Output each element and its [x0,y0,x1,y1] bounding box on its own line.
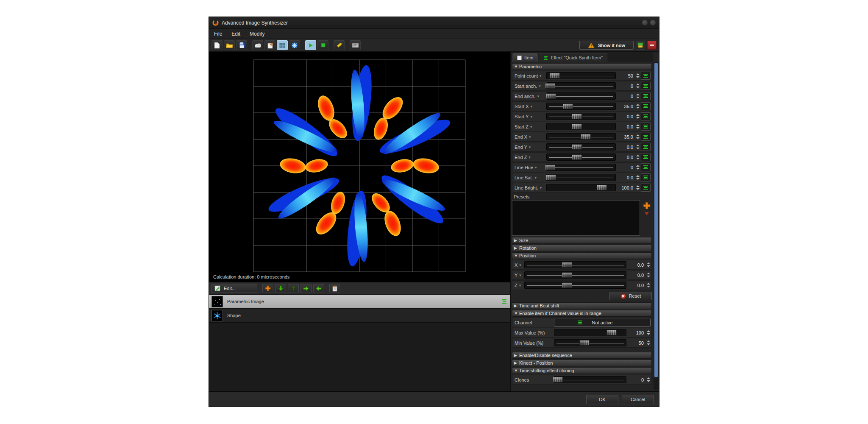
spinner[interactable] [646,376,651,383]
list-item-shape[interactable]: Shape [209,309,510,323]
param-slider[interactable] [546,123,616,130]
param-slider[interactable] [546,103,616,110]
item-effect-icon[interactable] [501,298,507,304]
max-value-slider[interactable] [554,329,626,336]
section-rotation[interactable]: Rotation [512,245,652,251]
spinner[interactable] [646,261,651,268]
add-item-button[interactable] [262,284,273,293]
section-position[interactable]: Position [512,252,652,259]
tab-effect[interactable]: Effect "Quick Synth Item" [539,53,607,62]
param-label[interactable]: End Y [513,145,546,150]
spinner[interactable] [646,339,651,346]
slider-handle[interactable] [597,185,607,190]
tab-item[interactable]: Item [512,53,538,62]
param-label[interactable]: Start Z [513,124,546,129]
channel-button[interactable]: Not active [554,319,651,326]
slider-handle[interactable] [572,144,582,150]
slider-handle[interactable] [579,340,590,346]
live-control-button[interactable] [641,102,651,110]
section-size[interactable]: Size [512,237,652,244]
cancel-button[interactable]: Cancel [622,395,654,404]
param-slider[interactable] [546,153,616,161]
move-item-left-button[interactable] [313,284,324,293]
window-control-icon[interactable] [642,20,648,25]
live-control-button[interactable] [641,163,651,171]
slider-handle[interactable] [562,282,572,288]
param-label[interactable]: Line Hue [513,165,546,170]
position-slider[interactable] [524,282,626,289]
spinner[interactable] [635,153,640,161]
slider-handle[interactable] [562,272,572,278]
section-time-shifting-cloning[interactable]: Time shifting effect cloning [512,367,652,374]
spinner[interactable] [635,82,640,89]
remove-output-button[interactable] [647,41,657,50]
param-slider[interactable] [546,133,616,140]
position-slider[interactable] [524,261,626,268]
spinner[interactable] [635,164,640,171]
param-slider[interactable] [546,184,616,191]
text-field-button[interactable] [350,40,361,50]
add-preset-button[interactable] [643,202,651,209]
position-slider[interactable] [524,271,626,279]
menu-file[interactable]: File [214,31,222,37]
live-control-button[interactable] [641,82,651,90]
live-control-button[interactable] [641,173,651,181]
slider-handle[interactable] [572,154,582,160]
section-time-beat-shift[interactable]: Time and Beat shift [512,302,652,309]
param-label[interactable]: Start Y [513,114,546,119]
param-slider[interactable] [546,164,616,171]
preview-canvas[interactable] [253,59,466,272]
slider-handle[interactable] [606,330,617,335]
param-slider[interactable] [546,92,616,100]
apply-preset-icon[interactable] [645,212,649,215]
param-label[interactable]: End anch. [513,94,546,99]
spinner[interactable] [646,271,651,279]
clones-slider[interactable] [554,376,626,383]
spinner[interactable] [635,143,640,151]
section-enable-disable-sequence[interactable]: Enable/Disable sequence [512,352,652,359]
param-label[interactable]: Line Sat. [513,175,546,180]
param-slider[interactable] [546,174,616,181]
min-value-slider[interactable] [554,339,626,346]
param-slider[interactable] [546,82,616,89]
slider-handle[interactable] [546,175,556,180]
new-document-button[interactable] [211,40,223,50]
edit-item-button[interactable]: Edit... [211,284,257,293]
import-image-button[interactable] [264,40,275,50]
slider-handle[interactable] [562,262,572,268]
position-axis-label[interactable]: Y [513,273,524,278]
param-label[interactable]: Start X [513,104,546,109]
live-control-button[interactable] [641,133,651,141]
save-show-button[interactable] [636,41,645,50]
live-control-button[interactable] [641,123,651,131]
live-control-button[interactable] [641,153,651,161]
stop-button[interactable] [317,40,328,50]
spinner[interactable] [635,174,640,181]
presets-list[interactable] [512,200,640,236]
param-label[interactable]: Line Bright. [513,185,546,190]
window-control-icon[interactable] [650,20,656,25]
param-slider[interactable] [546,113,616,120]
param-label[interactable]: Point count [513,73,546,78]
snowflake-effect-button[interactable] [289,40,300,50]
tag-button[interactable] [334,40,345,50]
slider-handle[interactable] [563,103,573,109]
section-kinect-position[interactable]: Kinect - Position [512,360,652,366]
save-button[interactable] [236,40,247,50]
spinner[interactable] [635,123,640,130]
slider-handle[interactable] [553,377,563,382]
slider-handle[interactable] [550,73,560,78]
scrollbar-thumb[interactable] [654,63,658,377]
spinner[interactable] [635,103,640,110]
slider-handle[interactable] [581,134,591,139]
section-enable-channel[interactable]: Enable item if Channel value is in range [512,310,652,317]
param-slider[interactable] [546,143,616,151]
live-control-button[interactable] [641,143,651,151]
position-axis-label[interactable]: X [513,262,524,268]
reset-position-button[interactable]: Reset [609,292,652,300]
position-axis-label[interactable]: Z [513,283,524,288]
move-item-right-button[interactable] [300,284,312,293]
cloud-button[interactable] [252,40,263,50]
ok-button[interactable]: OK [586,395,618,404]
paste-item-button[interactable] [329,284,340,293]
